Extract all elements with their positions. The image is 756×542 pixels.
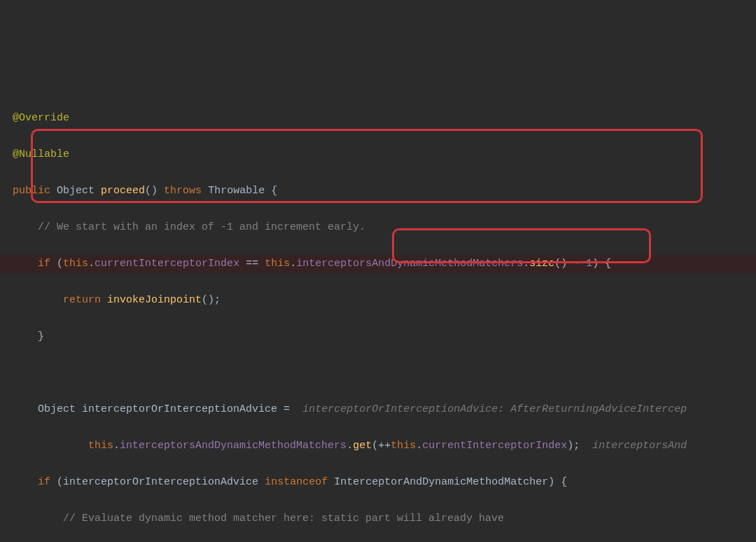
variable: interceptorOrInterceptionAdvice [82,403,277,415]
kw-this: this [391,440,416,452]
field: interceptorsAndDynamicMethodMatchers [296,258,523,270]
field: currentInterceptorIndex [422,440,567,452]
annotation-override: @Override [13,112,69,124]
code-line: // Evaluate dynamic method matcher here:… [0,510,756,528]
code-editor[interactable]: @Override @Nullable public Object procee… [0,73,756,542]
kw-throws: throws [164,185,202,197]
kw-if: if [38,258,50,270]
kw-this: this [88,440,113,452]
code-line: public Object proceed() throws Throwable… [0,182,756,200]
type: Object [38,403,76,415]
kw-if: if [38,476,50,488]
field: currentInterceptorIndex [94,258,239,270]
kw-return: return [63,294,101,306]
code-line: if (interceptorOrInterceptionAdvice inst… [0,473,756,492]
code-line: return invokeJoinpoint(); [0,291,756,310]
comment: // Evaluate dynamic method matcher here:… [63,513,504,524]
throws-type: Throwable [208,185,265,197]
method-call: size [529,258,554,270]
kw-this: this [63,258,88,270]
return-type: Object [57,185,94,197]
field: interceptorsAndDynamicMethodMatchers [120,440,346,452]
annotation-nullable: @Nullable [13,148,69,160]
type: InterceptorAndDynamicMethodMatcher [334,476,548,488]
code-line: if (this.currentInterceptorIndex == this… [0,255,756,273]
number-literal: 1 [586,258,592,270]
code-line: } [0,328,756,346]
kw-instanceof: instanceof [265,476,328,488]
inline-hint: interceptorsAnd [592,440,687,452]
method-call: invokeJoinpoint [107,294,202,306]
code-line: // We start with an index of -1 and incr… [0,218,756,237]
code-line [0,364,756,382]
method-name: proceed [101,185,145,197]
code-line: @Nullable [0,146,756,164]
method-call: get [353,440,372,452]
code-line: Object interceptorOrInterceptionAdvice =… [0,401,756,419]
variable: interceptorOrInterceptionAdvice [63,476,258,488]
inline-hint: interceptorOrInterceptionAdvice: AfterRe… [302,403,687,415]
kw-public: public [13,185,50,197]
kw-this: this [265,258,290,270]
code-line: this.interceptorsAndDynamicMethodMatcher… [0,437,756,455]
code-line: @Override [0,109,756,127]
comment: // We start with an index of -1 and incr… [38,221,365,233]
